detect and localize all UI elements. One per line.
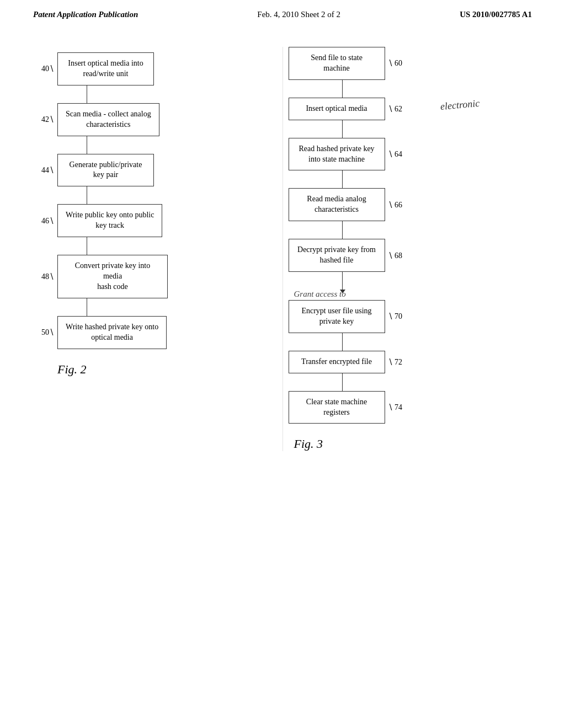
fig3-step-72: Transfer encrypted file ∖ 72: [289, 351, 403, 373]
fig2-step-42: 42∖ Scan media - collect analogcharacter…: [33, 103, 159, 136]
fig3-column: Send file to statemachine ∖ 60 Insert op…: [289, 47, 532, 451]
step-box-44: Generate public/privatekey pair: [57, 154, 154, 187]
step-box-68: Decrypt private key fromhashed file: [289, 239, 385, 272]
column-divider: [282, 47, 283, 451]
step-box-46: Write public key onto publickey track: [57, 204, 162, 237]
fig3-step-68: Decrypt private key fromhashed file ∖ 68: [289, 239, 403, 272]
arrow-68-70: [342, 272, 343, 290]
fig3-step-62: Insert optical media ∖ 62: [289, 98, 403, 120]
step-box-74: Clear state machineregisters: [289, 391, 385, 424]
main-content: 40∖ Insert optical media intoread/write …: [0, 25, 565, 473]
step-id-64: ∖ 64: [388, 149, 403, 159]
arrow-70-72: [342, 333, 343, 351]
arrow-64-66: [342, 170, 343, 188]
step-box-62: Insert optical media: [289, 98, 385, 120]
step-id-72: ∖ 72: [388, 357, 403, 367]
arrow-40-42: [87, 85, 87, 103]
step-box-60: Send file to statemachine: [289, 47, 385, 80]
step-box-42: Scan media - collect analogcharacteristi…: [57, 103, 159, 136]
step-label-42: 42∖: [33, 115, 54, 124]
header-left: Patent Application Publication: [33, 10, 138, 19]
fig2-step-48: 48∖ Convert private key into mediahash c…: [33, 255, 168, 298]
arrow-44-46: [87, 186, 87, 204]
fig3-label: Fig. 3: [294, 437, 323, 451]
step-id-70: ∖ 70: [388, 312, 403, 321]
step-label-46: 46∖: [33, 216, 54, 226]
fig2-step-40: 40∖ Insert optical media intoread/write …: [33, 52, 154, 85]
fig3-step-66: Read media analogcharacteristics ∖ 66: [289, 188, 403, 221]
step-box-66: Read media analogcharacteristics: [289, 188, 385, 221]
fig2-column: 40∖ Insert optical media intoread/write …: [33, 47, 277, 377]
step-box-72: Transfer encrypted file: [289, 351, 385, 373]
arrow-60-62: [342, 80, 343, 98]
step-label-50: 50∖: [33, 328, 54, 337]
step-id-66: ∖ 66: [388, 200, 403, 210]
step-label-48: 48∖: [33, 272, 54, 281]
fig2-step-44: 44∖ Generate public/privatekey pair: [33, 154, 154, 187]
step-id-60: ∖ 60: [388, 58, 403, 68]
step-box-40: Insert optical media intoread/write unit: [57, 52, 154, 85]
arrow-62-64: [342, 120, 343, 138]
fig3-step-74: Clear state machineregisters ∖ 74: [289, 391, 403, 424]
step-label-44: 44∖: [33, 165, 54, 175]
arrow-48-50: [87, 298, 87, 316]
header-center: Feb. 4, 2010 Sheet 2 of 2: [257, 10, 340, 19]
fig2-label: Fig. 2: [57, 362, 87, 377]
arrow-42-44: [87, 136, 87, 154]
arrow-46-48: [87, 237, 87, 255]
step-box-50: Write hashed private key ontooptical med…: [57, 316, 167, 349]
page-header: Patent Application Publication Feb. 4, 2…: [0, 0, 565, 25]
step-id-62: ∖ 62: [388, 104, 403, 114]
step-box-64: Read hashed private keyinto state machin…: [289, 138, 385, 171]
step-id-74: ∖ 74: [388, 403, 403, 412]
arrow-66-68: [342, 221, 343, 239]
step-box-70: Encrypt user file usingprivate key: [289, 300, 385, 333]
fig3-step-70: Grant access to Encrypt user file usingp…: [289, 290, 403, 333]
fig2-step-46: 46∖ Write public key onto publickey trac…: [33, 204, 162, 237]
step-id-68: ∖ 68: [388, 251, 403, 260]
fig2-step-50: 50∖ Write hashed private key ontooptical…: [33, 316, 167, 349]
arrow-72-74: [342, 373, 343, 391]
fig3-step-64: Read hashed private keyinto state machin…: [289, 138, 403, 171]
annotation-grant-access: Grant access to: [294, 290, 346, 299]
fig3-step-60: Send file to statemachine ∖ 60: [289, 47, 403, 80]
step-label-40: 40∖: [33, 64, 54, 73]
step-box-48: Convert private key into mediahash code: [57, 255, 168, 298]
header-right: US 2010/0027785 A1: [460, 10, 532, 19]
